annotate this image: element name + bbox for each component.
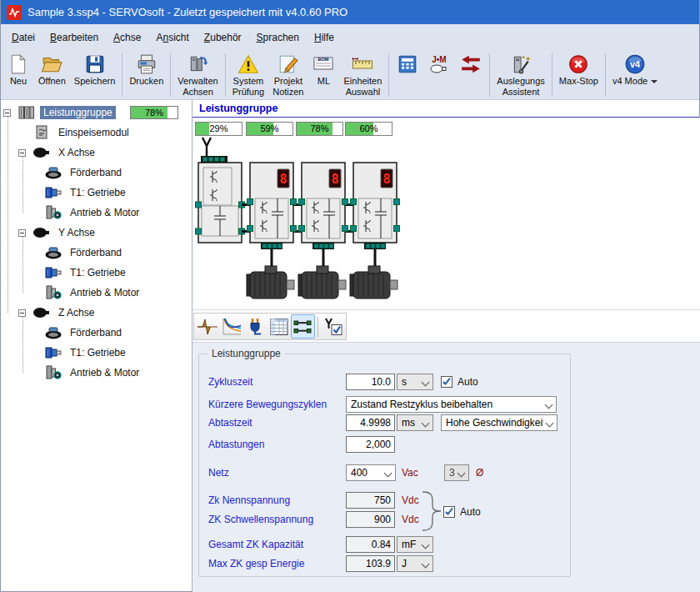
drive-motor-icon — [44, 205, 62, 220]
drive-device[interactable] — [299, 163, 348, 249]
inertia-motor-icon: J•M — [428, 53, 450, 76]
toolbar-button-auslegungs-assistent[interactable]: Auslegungs Assistent — [492, 51, 549, 99]
page-title: Leistunggruppe — [199, 103, 278, 114]
left-right-arrows-icon — [460, 53, 482, 76]
titlebar: Sample 3.ssp4 - SERVOsoft - Zuletzt gesp… — [1, 0, 699, 24]
toolbar-button-jm-inertia[interactable]: J•M — [423, 51, 455, 99]
collapse-toggle-icon[interactable] — [18, 149, 26, 157]
zk-schwellenspannung-label: ZK Schwellenspannung — [208, 511, 313, 528]
toolbar-button-v4-mode[interactable]: v4 v4 Mode — [608, 51, 662, 99]
abtastzeit-label: Abtastzeit — [208, 414, 252, 431]
sidebar-item-antrieb-motor[interactable]: Antrieb & Motor — [1, 283, 192, 303]
menu-datei[interactable]: Datei — [4, 28, 42, 47]
drive-device[interactable] — [351, 163, 400, 249]
tab-curves[interactable] — [220, 314, 244, 339]
collapse-toggle-icon[interactable] — [18, 309, 26, 317]
zk-auto-bracket — [421, 490, 442, 532]
toolbar-button-ml[interactable]: BOM ML — [308, 51, 339, 99]
menu-bearbeiten[interactable]: Bearbeiten — [42, 28, 106, 47]
zk-auto-checkbox[interactable] — [443, 506, 455, 518]
sidebar-item-antrieb-motor[interactable]: Antrieb & Motor — [1, 363, 192, 383]
menu-ansicht[interactable]: Ansicht — [148, 28, 196, 47]
bewegungszyklen-select[interactable]: Zustand Restzyklus beibehalten — [346, 396, 557, 413]
drive-device[interactable] — [248, 163, 297, 249]
toolbar-button-neu[interactable]: Neu — [2, 51, 34, 99]
toolbar-separator — [122, 53, 122, 97]
toolbar-button-calculator[interactable] — [392, 51, 423, 99]
toolbar-button-verwalten-achsen[interactable]: Verwalten Achsen — [173, 51, 222, 99]
toolbar-button-speichern[interactable]: Speichern — [70, 51, 120, 99]
zk-kapazitaet-input[interactable] — [346, 536, 395, 553]
zk-nennspannung-input[interactable] — [346, 492, 395, 509]
tab-mains-enabled[interactable] — [320, 314, 344, 339]
tab-power-profile[interactable] — [196, 314, 220, 339]
netz-phase-select[interactable]: 3 — [444, 464, 469, 481]
abtastzeit-mode-select[interactable]: Hohe Geschwindigkeit — [441, 414, 558, 431]
collapse-toggle-icon[interactable] — [18, 229, 26, 237]
sidebar-item-x-achse[interactable]: X Achse — [1, 143, 192, 163]
menu-achse[interactable]: Achse — [106, 28, 148, 47]
sidebar-item-foerderband[interactable]: Förderband — [1, 323, 192, 343]
main-panel: Leistunggruppe 29% 59% 78% 60% 8 — [192, 100, 699, 591]
drive-motor-icon — [44, 365, 62, 380]
zykluszeit-input[interactable] — [346, 374, 395, 390]
toolbar-button-einheiten[interactable]: Einheiten Auswahl — [339, 51, 386, 99]
tabstrip-separator — [318, 317, 318, 337]
mains-check-icon — [322, 317, 343, 337]
sidebar-item-t1-getriebe[interactable]: T1: Getriebe — [1, 343, 192, 363]
sidebar-item-antrieb-motor[interactable]: Antrieb & Motor — [1, 203, 192, 223]
sidebar-item-foerderband[interactable]: Förderband — [1, 163, 192, 183]
zykluszeit-auto-checkbox[interactable] — [441, 376, 452, 388]
supply-module-device[interactable] — [196, 156, 245, 243]
save-disk-icon — [84, 53, 106, 76]
zk-kapazitaet-unit-select[interactable]: mF — [397, 536, 433, 553]
tab-data-table[interactable] — [268, 314, 292, 339]
toolbar-separator — [170, 53, 171, 97]
conveyor-icon — [44, 165, 62, 180]
zykluszeit-auto-label: Auto — [458, 374, 478, 390]
motor-device[interactable] — [350, 266, 398, 299]
pulse-chart-icon — [197, 317, 218, 337]
motor-device[interactable] — [247, 266, 294, 299]
fieldset-legend: Leistunggruppe — [208, 348, 285, 359]
menu-sprachen[interactable]: Sprachen — [249, 28, 307, 47]
zk-schwellenspannung-input[interactable] — [346, 511, 395, 528]
toolbar-button-system-pruefung[interactable]: System Prüfung — [228, 51, 269, 99]
motor-device[interactable] — [298, 266, 346, 299]
abtastzeit-unit-select[interactable]: ms — [397, 414, 433, 431]
toolbar-button-oeffnen[interactable]: Öffnen — [34, 51, 70, 99]
power-group-diagram: 29% 59% 78% 60% 8 — [192, 118, 700, 309]
toolbar-button-projekt-notizen[interactable]: Projekt Notizen — [268, 51, 308, 99]
sidebar-item-t1-getriebe[interactable]: T1: Getriebe — [1, 263, 192, 283]
sidebar-item-einspeisemodul[interactable]: Einspeisemodul — [1, 123, 192, 143]
tree-utilization-bar: 78% — [130, 106, 178, 119]
chevron-down-icon — [422, 542, 430, 549]
toolbar-button-drucken[interactable]: Drucken — [125, 51, 168, 99]
sidebar-item-z-achse[interactable]: Z Achse — [1, 303, 192, 323]
toolbar-button-max-stop[interactable]: Max-Stop — [555, 51, 602, 99]
toolbar-separator — [225, 53, 226, 97]
zykluszeit-unit-select[interactable]: s — [397, 374, 433, 390]
project-tree: Leistunggruppe 78% Einspeisemodul X Achs… — [1, 100, 192, 591]
sidebar-item-foerderband[interactable]: Förderband — [1, 243, 192, 263]
tab-dc-bus[interactable] — [291, 314, 315, 339]
sidebar-item-t1-getriebe[interactable]: T1: Getriebe — [1, 183, 192, 203]
netz-voltage-select[interactable]: 400 — [346, 464, 396, 481]
sidebar-item-y-achse[interactable]: Y Achse — [1, 223, 192, 243]
menu-zubehoer[interactable]: Zubehör — [197, 28, 249, 47]
wizard-wand-icon — [510, 53, 532, 76]
toolbar-button-direction-arrows[interactable] — [455, 51, 487, 99]
menu-hilfe[interactable]: Hilfe — [307, 28, 342, 47]
collapse-toggle-icon[interactable] — [3, 109, 11, 117]
zk-energie-unit-select[interactable]: J — [397, 555, 433, 572]
svg-text:v4: v4 — [630, 59, 640, 69]
bom-list-icon: BOM — [312, 53, 334, 76]
servosoft-window: Sample 3.ssp4 - SERVOsoft - Zuletzt gesp… — [0, 0, 700, 592]
zk-energie-input[interactable] — [346, 555, 395, 572]
abtastungen-input[interactable] — [346, 436, 395, 453]
abtastzeit-input[interactable] — [346, 414, 395, 431]
table-icon — [268, 317, 290, 337]
gearbox-icon — [44, 265, 62, 280]
conveyor-icon — [44, 325, 62, 340]
tab-power-supply[interactable] — [243, 314, 268, 339]
